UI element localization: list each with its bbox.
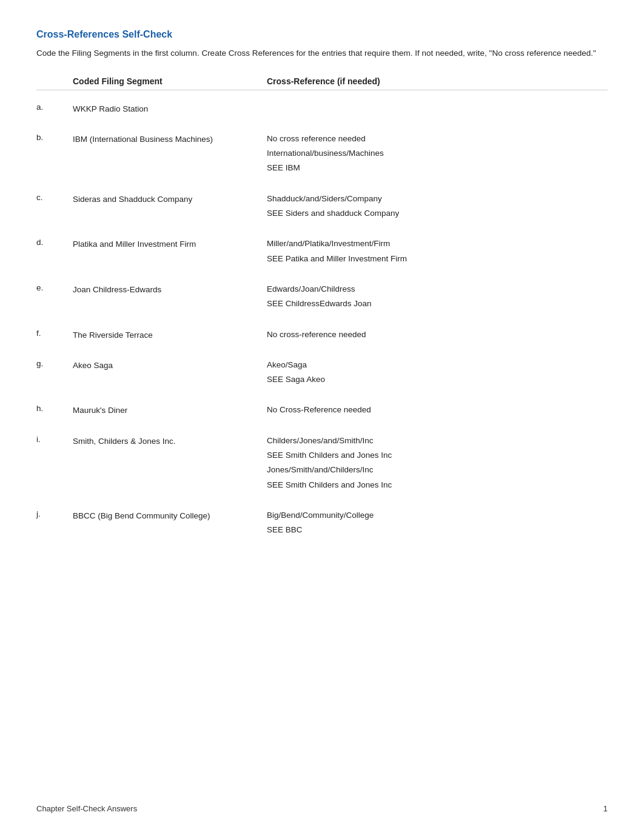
footer-left: Chapter Self-Check Answers xyxy=(36,804,137,813)
cross-line: No Cross-Reference needed xyxy=(267,403,608,417)
footer-right: 1 xyxy=(603,804,608,813)
cross-line: SEE Smith Childers and Jones Inc xyxy=(267,448,608,463)
entry-letter: i. xyxy=(36,434,73,492)
page-title: Cross-References Self-Check xyxy=(36,29,608,40)
entry-filing: Joan Childress-Edwards xyxy=(73,282,267,312)
entry-cross: Edwards/Joan/ChildressSEE ChildressEdwar… xyxy=(267,282,608,312)
entry-letter: e. xyxy=(36,282,73,312)
entry-cross: Childers/Jones/and/Smith/IncSEE Smith Ch… xyxy=(267,434,608,492)
entry-letter: b. xyxy=(36,132,73,176)
entry-letter: d. xyxy=(36,236,73,266)
entry-letter: g. xyxy=(36,358,73,387)
entry-filing: WKKP Radio Station xyxy=(73,101,267,116)
cross-line: SEE Smith Childers and Jones Inc xyxy=(267,478,608,492)
cross-line: SEE Saga Akeo xyxy=(267,372,608,387)
entry-filing: Platika and Miller Investment Firm xyxy=(73,236,267,266)
entry-letter: a. xyxy=(36,101,73,116)
table-row: i.Smith, Childers & Jones Inc.Childers/J… xyxy=(36,428,608,494)
table-row: d.Platika and Miller Investment FirmMill… xyxy=(36,230,608,267)
entry-filing: Akeo Saga xyxy=(73,358,267,387)
cross-line: No cross reference needed xyxy=(267,132,608,146)
cross-line: SEE ChildressEdwards Joan xyxy=(267,297,608,311)
entry-cross: No cross reference neededInternational/b… xyxy=(267,132,608,176)
entry-letter: j. xyxy=(36,508,73,538)
entry-cross: Akeo/SagaSEE Saga Akeo xyxy=(267,358,608,387)
cross-line: SEE Patika and Miller Investment Firm xyxy=(267,252,608,266)
cross-line: SEE BBC xyxy=(267,523,608,537)
cross-line: No cross-reference needed xyxy=(267,327,608,342)
entry-cross: No Cross-Reference needed xyxy=(267,403,608,417)
entry-letter: h. xyxy=(36,403,73,417)
entry-letter: f. xyxy=(36,327,73,342)
entry-cross: No cross-reference needed xyxy=(267,327,608,342)
entries-container: a.WKKP Radio Stationb.IBM (International… xyxy=(36,95,608,547)
entry-filing: Sideras and Shadduck Company xyxy=(73,192,267,221)
table-row: a.WKKP Radio Station xyxy=(36,95,608,117)
cross-line: International/business/Machines xyxy=(267,146,608,161)
cross-line: Akeo/Saga xyxy=(267,358,608,372)
cross-line: Jones/Smith/and/Childers/Inc xyxy=(267,463,608,477)
table-row: h.Mauruk's DinerNo Cross-Reference neede… xyxy=(36,397,608,418)
entry-cross: Shadduck/and/Siders/CompanySEE Siders an… xyxy=(267,192,608,221)
cross-line: SEE IBM xyxy=(267,161,608,175)
cross-line: Edwards/Joan/Childress xyxy=(267,282,608,297)
table-row: g.Akeo SagaAkeo/SagaSEE Saga Akeo xyxy=(36,352,608,389)
table-row: e.Joan Childress-EdwardsEdwards/Joan/Chi… xyxy=(36,276,608,313)
intro-text: Code the Filing Segments in the first co… xyxy=(36,47,608,59)
entry-cross: Big/Bend/Community/CollegeSEE BBC xyxy=(267,508,608,538)
cross-line: Childers/Jones/and/Smith/Inc xyxy=(267,434,608,448)
entry-cross: Miller/and/Platika/Investment/FirmSEE Pa… xyxy=(267,236,608,266)
entry-letter: c. xyxy=(36,192,73,221)
cross-line: Shadduck/and/Siders/Company xyxy=(267,192,608,206)
table-row: j.BBCC (Big Bend Community College)Big/B… xyxy=(36,502,608,539)
entry-filing: Smith, Childers & Jones Inc. xyxy=(73,434,267,492)
entry-filing: BBCC (Big Bend Community College) xyxy=(73,508,267,538)
column-header-cross: Cross-Reference (if needed) xyxy=(267,76,608,86)
entry-filing: The Riverside Terrace xyxy=(73,327,267,342)
table-row: c.Sideras and Shadduck CompanyShadduck/a… xyxy=(36,186,608,223)
table-header: Coded Filing Segment Cross-Reference (if… xyxy=(36,76,608,90)
footer: Chapter Self-Check Answers 1 xyxy=(36,804,608,813)
cross-line: Miller/and/Platika/Investment/Firm xyxy=(267,236,608,251)
cross-line: SEE Siders and shadduck Company xyxy=(267,206,608,221)
entry-filing: Mauruk's Diner xyxy=(73,403,267,417)
column-header-filing: Coded Filing Segment xyxy=(73,76,267,86)
table-row: f.The Riverside TerraceNo cross-referenc… xyxy=(36,321,608,343)
table-row: b.IBM (International Business Machines)N… xyxy=(36,126,608,177)
cross-line: Big/Bend/Community/College xyxy=(267,508,608,523)
entry-filing: IBM (International Business Machines) xyxy=(73,132,267,176)
entry-cross xyxy=(267,101,608,116)
